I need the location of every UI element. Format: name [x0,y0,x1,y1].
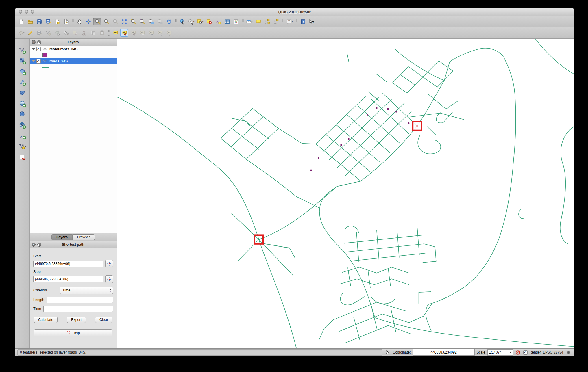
copy-features-button[interactable] [89,29,97,37]
layer-visibility-checkbox[interactable] [36,47,41,51]
add-raster-layer-button[interactable] [17,57,27,65]
layer-item-restaurants_34S[interactable]: restaurants_34S [30,46,117,52]
open-attribute-table-button[interactable] [223,18,231,25]
tab-browser[interactable]: Browser [72,234,95,240]
length-output-field[interactable] [47,297,113,303]
zoom-native-button[interactable] [111,18,119,25]
dropdown-arrow-icon: ▾ [25,145,26,148]
crs-status-icon[interactable] [565,349,572,356]
layer-item-roads_34S[interactable]: roads_34S [30,58,117,64]
pan-map-button[interactable] [75,18,84,25]
capture-stop-point-button[interactable] [105,275,113,283]
add-feature-button[interactable] [44,29,52,37]
highlight-labels-button[interactable] [129,29,137,37]
stop-input[interactable] [33,276,103,282]
criterion-select[interactable]: Time ▲▼ [60,287,113,294]
add-spatialite-layer-button[interactable] [17,78,27,87]
zoom-out-button[interactable] [102,18,110,25]
stop-render-icon[interactable] [515,349,521,356]
change-label-button[interactable] [165,29,173,37]
mouse-position-icon[interactable] [384,349,391,356]
layer-visibility-checkbox[interactable] [36,59,41,64]
move-label-button[interactable] [147,29,155,37]
zoom-in-button[interactable] [93,18,101,25]
capture-start-point-button[interactable] [105,260,113,267]
measure-button[interactable]: ▾ [245,18,254,25]
whats-this-button[interactable] [308,18,316,25]
calculate-button[interactable]: Calculate [34,317,58,323]
shortest-path-close-icon[interactable]: ✕ [32,243,36,247]
zoom-last-button[interactable] [147,18,155,25]
start-input[interactable] [33,261,103,267]
rotate-label-button[interactable] [156,29,164,37]
refresh-map-button[interactable] [165,18,173,25]
show-hide-labels-button[interactable] [138,29,146,37]
coordinate-input[interactable] [413,349,475,356]
clear-button[interactable]: Clear [95,317,112,323]
new-composer-button[interactable] [53,18,61,25]
map-canvas[interactable] [117,39,574,348]
toggle-editing-button[interactable] [26,29,34,37]
pin-labels-button[interactable] [120,29,128,37]
pan-to-selection-button[interactable] [84,18,93,25]
remove-layer-button[interactable] [17,153,27,161]
zoom-to-layer-button[interactable] [138,18,146,25]
road-feature [117,97,296,348]
show-bookmarks-button[interactable] [272,18,280,25]
layers-panel-close-icon[interactable]: ✕ [32,40,36,44]
render-checkbox[interactable] [523,350,528,355]
time-output-field[interactable] [43,306,113,312]
expander-icon[interactable] [32,60,35,62]
add-wcs-layer-button[interactable] [17,110,27,119]
layer-name[interactable]: restaurants_34S [49,47,77,51]
close-window-button[interactable] [19,10,22,14]
field-calculator-button[interactable] [232,18,240,25]
zoom-next-button[interactable] [156,18,164,25]
zoom-full-button[interactable] [120,18,128,25]
map-tips-button[interactable] [254,18,262,25]
identify-features-button[interactable] [178,18,186,25]
labeling-options-button[interactable] [111,29,119,37]
layer-symbology-swatch [30,64,117,70]
cut-features-button[interactable] [80,29,88,37]
scale-select[interactable]: 1:14074 ▼ [487,349,513,356]
node-tool-button[interactable] [62,29,70,37]
minimize-window-button[interactable] [25,10,28,14]
shortest-path-float-icon[interactable] [37,243,41,247]
select-features-button[interactable]: ▾ [196,18,204,25]
edit-sessions-button[interactable]: ▾ [17,29,25,37]
paste-features-button[interactable] [98,29,106,37]
layer-name[interactable]: roads_34S [49,59,68,63]
add-mssql-layer-button[interactable] [17,89,27,97]
save-layer-edits-button[interactable] [35,29,43,37]
add-delimited-text-layer-button[interactable] [17,131,27,140]
help-contents-button[interactable] [299,18,307,25]
export-button[interactable]: Export [67,317,86,323]
title-bar[interactable]: QGIS 2.0.1-Dufour [15,8,574,16]
expander-icon[interactable] [32,48,35,50]
add-vector-layer-button[interactable] [17,46,27,55]
add-wms-layer-button[interactable] [17,99,27,108]
open-project-button[interactable] [26,18,34,25]
save-project-as-button[interactable] [44,18,52,25]
move-feature-button[interactable] [53,29,61,37]
add-wfs-layer-button[interactable] [17,121,27,129]
new-project-button[interactable] [17,18,25,25]
render-label: Render [530,350,541,354]
deselect-features-button[interactable] [205,18,213,25]
text-annotation-button[interactable]: ▾ [285,18,294,25]
new-shapefile-layer-button[interactable]: ▾ [17,142,27,151]
help-button[interactable]: Help [34,329,112,336]
new-bookmark-button[interactable] [263,18,271,25]
run-feature-action-button[interactable]: ▾ [187,18,195,25]
zoom-to-selection-button[interactable] [129,18,137,25]
layers-panel-float-icon[interactable] [37,40,41,44]
toolbar-drag-handle[interactable] [19,42,25,43]
tab-layers[interactable]: Layers [51,234,72,240]
composer-manager-button[interactable] [62,18,70,25]
zoom-window-button[interactable] [31,10,34,14]
add-postgis-layer-button[interactable] [17,67,27,76]
delete-selected-button[interactable] [71,29,79,37]
save-project-button[interactable] [35,18,43,25]
select-by-expression-button[interactable] [214,18,222,25]
